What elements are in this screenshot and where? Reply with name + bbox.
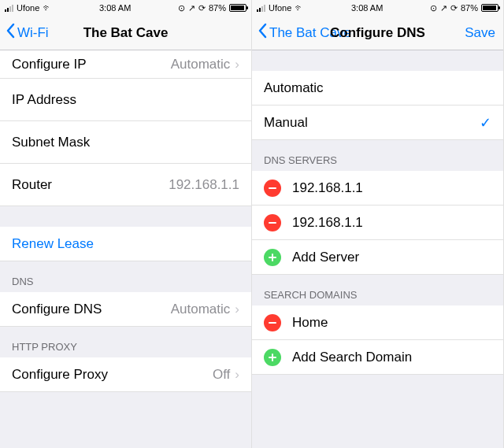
add-server-row[interactable]: Add Server (252, 240, 503, 275)
server-value: 192.168.1.1 (292, 180, 363, 196)
navbar: Wi-Fi The Bat Cave (0, 16, 251, 50)
battery-pct: 87% (461, 3, 478, 13)
rotation-lock-icon: ⟳ (198, 3, 206, 13)
row-value: Automatic (171, 57, 231, 72)
dns-server-row[interactable]: 192.168.1.1 (252, 205, 503, 240)
add-icon[interactable] (264, 249, 281, 266)
content: Configure IP Automatic › IP Address Subn… (0, 50, 251, 448)
row-label: Router (12, 177, 52, 193)
dns-servers-header: DNS SERVERS (252, 140, 503, 171)
back-label: Wi-Fi (17, 25, 49, 41)
chevron-left-icon (258, 23, 268, 43)
row-value: 192.168.1.1 (169, 177, 239, 193)
carrier-label: Ufone (269, 3, 291, 13)
add-server-label: Add Server (292, 250, 359, 265)
add-icon[interactable] (264, 349, 281, 366)
row-label: Renew Lease (12, 236, 94, 252)
alarm-icon: ⊙ (430, 3, 437, 13)
location-icon: ↗ (440, 3, 447, 13)
wifi-icon: ᯤ (295, 2, 304, 13)
subnet-mask-row[interactable]: Subnet Mask (0, 121, 251, 164)
dns-mode-manual[interactable]: Manual ✓ (252, 106, 503, 140)
save-button[interactable]: Save (465, 25, 495, 41)
remove-icon[interactable] (264, 314, 281, 331)
wifi-icon: ᯤ (43, 2, 52, 13)
remove-icon[interactable] (264, 214, 281, 231)
row-label: Subnet Mask (12, 135, 90, 150)
search-domains-header: SEARCH DOMAINS (252, 275, 503, 305)
alarm-icon: ⊙ (178, 3, 185, 13)
option-label: Automatic (264, 80, 324, 96)
row-value: Off (213, 367, 230, 383)
row-label: IP Address (12, 92, 76, 108)
renew-lease-button[interactable]: Renew Lease (0, 227, 251, 261)
signal-icon (5, 4, 13, 12)
back-button[interactable]: The Bat Cave (258, 23, 351, 43)
option-label: Manual (264, 115, 308, 131)
add-domain-label: Add Search Domain (292, 350, 412, 365)
remove-icon[interactable] (264, 180, 281, 197)
dns-mode-automatic[interactable]: Automatic (252, 71, 503, 106)
screen-wifi-details: Ufone ᯤ 3:08 AM ⊙ ↗ ⟳ 87% Wi-Fi The Bat … (0, 0, 252, 448)
domain-value: Home (292, 315, 328, 331)
back-button[interactable]: Wi-Fi (6, 23, 49, 43)
signal-icon (257, 4, 265, 12)
row-label: Configure IP (12, 57, 87, 72)
configure-proxy-row[interactable]: Configure Proxy Off › (0, 357, 251, 392)
ip-address-row[interactable]: IP Address (0, 79, 251, 121)
chevron-left-icon (6, 23, 16, 43)
row-value: Automatic (171, 302, 231, 317)
rotation-lock-icon: ⟳ (450, 3, 458, 13)
dns-server-row[interactable]: 192.168.1.1 (252, 171, 503, 205)
chevron-right-icon: › (235, 57, 239, 72)
back-label: The Bat Cave (269, 25, 351, 41)
row-label: Configure Proxy (12, 367, 108, 383)
clock: 3:08 AM (351, 3, 383, 13)
battery-icon (481, 4, 498, 12)
navbar: The Bat Cave Configure DNS Save (252, 16, 503, 50)
chevron-right-icon: › (235, 302, 239, 317)
server-value: 192.168.1.1 (292, 215, 363, 231)
checkmark-icon: ✓ (480, 114, 491, 131)
clock: 3:08 AM (99, 3, 131, 13)
http-proxy-section-header: HTTP PROXY (0, 327, 251, 357)
search-domain-row[interactable]: Home (252, 305, 503, 340)
status-bar: Ufone ᯤ 3:08 AM ⊙ ↗ ⟳ 87% (252, 0, 503, 16)
row-label: Configure DNS (12, 302, 102, 317)
router-row[interactable]: Router 192.168.1.1 (0, 164, 251, 206)
battery-pct: 87% (209, 3, 226, 13)
carrier-label: Ufone (17, 3, 39, 13)
location-icon: ↗ (188, 3, 195, 13)
dns-section-header: DNS (0, 261, 251, 292)
add-search-domain-row[interactable]: Add Search Domain (252, 340, 503, 375)
configure-ip-row[interactable]: Configure IP Automatic › (0, 50, 251, 79)
status-bar: Ufone ᯤ 3:08 AM ⊙ ↗ ⟳ 87% (0, 0, 251, 16)
screen-configure-dns: Ufone ᯤ 3:08 AM ⊙ ↗ ⟳ 87% The Bat Cave C… (252, 0, 504, 448)
content: Automatic Manual ✓ DNS SERVERS 192.168.1… (252, 50, 503, 448)
configure-dns-row[interactable]: Configure DNS Automatic › (0, 292, 251, 327)
battery-icon (229, 4, 246, 12)
chevron-right-icon: › (235, 367, 239, 383)
